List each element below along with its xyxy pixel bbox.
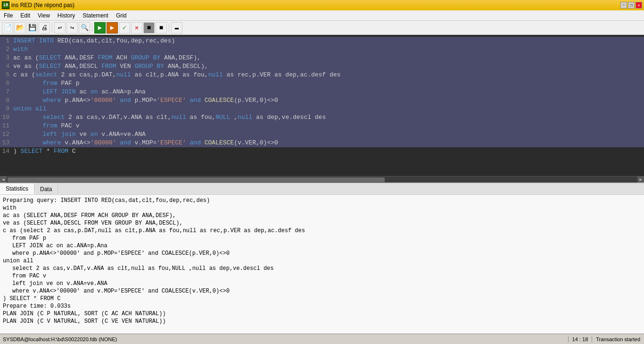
line-content-7: LEFT JOIN ac on ac.ANA=p.Ana bbox=[13, 88, 644, 96]
line-content-1: INSERT INTO RED(cas,dat,clt,fou,dep,rec,… bbox=[13, 37, 644, 45]
line-num-2: 2 bbox=[0, 45, 13, 54]
line-num-8: 8 bbox=[0, 96, 13, 105]
redo-button[interactable]: ↪ bbox=[66, 22, 78, 34]
horizontal-scrollbar[interactable]: ◀ ▶ bbox=[0, 176, 644, 183]
code-line-9: 9 union all bbox=[0, 105, 644, 113]
stats-line-12: left join ve on v.ANA=ve.ANA bbox=[3, 280, 641, 287]
menu-statement[interactable]: Statement bbox=[79, 10, 112, 20]
code-line-10: 10 select 2 as cas,v.DAT,v.ANA as clt,nu… bbox=[0, 113, 644, 122]
minimize-button[interactable]: – bbox=[620, 2, 627, 8]
main-content: 1 INSERT INTO RED(cas,dat,clt,fou,dep,re… bbox=[0, 35, 644, 183]
line-num-5: 5 bbox=[0, 71, 13, 79]
line-num-14: 14 bbox=[0, 147, 13, 156]
stats-line-11: from PAC v bbox=[3, 272, 641, 280]
code-line-14: 14 ) SELECT * FROM C bbox=[0, 147, 644, 156]
code-line-5: 5 c as (select 2 as cas,p.DAT,null as cl… bbox=[0, 71, 644, 79]
line-num-12: 12 bbox=[0, 130, 13, 139]
status-bar: SYSDBA@localhost:H:\bd\S0022020.fdb (NON… bbox=[0, 334, 644, 344]
stats-line-1: Preparing query: INSERT INTO RED(cas,dat… bbox=[3, 197, 641, 204]
stats-line-3: ac as (SELECT ANA,DESF FROM ACH GROUP BY… bbox=[3, 212, 641, 219]
menu-view[interactable]: View bbox=[34, 10, 54, 20]
check-button[interactable]: ✓ bbox=[119, 22, 130, 34]
line-content-10: select 2 as cas,v.DAT,v.ANA as clt,null … bbox=[13, 113, 644, 122]
sep2 bbox=[92, 23, 92, 33]
menu-grid[interactable]: Grid bbox=[112, 10, 131, 20]
app-icon: iB bbox=[2, 1, 9, 9]
status-transaction: Transaction started bbox=[592, 336, 644, 342]
code-line-6: 6 from PAF p bbox=[0, 79, 644, 88]
stats-line-9: union all bbox=[3, 257, 641, 265]
line-content-8: where p.ANA<>'00000' and p.MOP='ESPECE' … bbox=[13, 96, 644, 105]
code-line-13: 13 where v.ANA<>'00000' and v.MOP='ESPEC… bbox=[0, 139, 644, 147]
scroll-right-arrow[interactable]: ▶ bbox=[637, 176, 644, 183]
menu-file[interactable]: File bbox=[0, 10, 17, 20]
tab-statistics[interactable]: Statistics bbox=[0, 184, 34, 194]
tab-data[interactable]: Data bbox=[34, 184, 58, 194]
menu-history[interactable]: History bbox=[54, 10, 79, 20]
tabs-bar: Statistics Data bbox=[0, 184, 644, 195]
menu-edit[interactable]: Edit bbox=[17, 10, 34, 20]
code-line-3: 3 ac as (SELECT ANA,DESF FROM ACH GROUP … bbox=[0, 54, 644, 62]
scroll-thumb[interactable] bbox=[8, 177, 385, 182]
stats-line-4: ve as (SELECT ANA,DESCL FROM VEN GROUP B… bbox=[3, 219, 641, 227]
line-content-13: where v.ANA<>'00000' and v.MOP='ESPECE' … bbox=[13, 139, 644, 147]
code-line-4: 4 ve as (SELECT ANA,DESCL FROM VEN GROUP… bbox=[0, 62, 644, 71]
sep1 bbox=[52, 23, 52, 33]
stats-line-17: PLAN JOIN (C V NATURAL, SORT (C VE VEN N… bbox=[3, 318, 641, 325]
cancel-button[interactable]: ✕ bbox=[131, 22, 142, 34]
close-button[interactable]: ✕ bbox=[636, 2, 642, 8]
search-button[interactable]: 🔍 bbox=[79, 22, 90, 34]
code-line-7: 7 LEFT JOIN ac on ac.ANA=p.Ana bbox=[0, 88, 644, 96]
stats-line-14: ) SELECT * FROM C bbox=[3, 295, 641, 302]
status-connection: SYSDBA@localhost:H:\bd\S0022020.fdb (NON… bbox=[0, 336, 568, 342]
line-num-1: 1 bbox=[0, 37, 13, 45]
sql-editor[interactable]: 1 INSERT INTO RED(cas,dat,clt,fou,dep,re… bbox=[0, 35, 644, 176]
execute-partial-button[interactable]: ▶ bbox=[107, 22, 118, 34]
line-content-6: from PAF p bbox=[13, 79, 644, 88]
bottom-panel: Statistics Data Preparing query: INSERT … bbox=[0, 183, 644, 334]
scroll-left-arrow[interactable]: ◀ bbox=[0, 176, 7, 183]
print-button[interactable]: 🖨 bbox=[39, 22, 50, 34]
sep3 bbox=[169, 23, 169, 33]
line-num-3: 3 bbox=[0, 54, 13, 62]
undo-button[interactable]: ↩ bbox=[54, 22, 66, 34]
stop-button[interactable]: ■ bbox=[143, 22, 155, 34]
code-line-1: 1 INSERT INTO RED(cas,dat,clt,fou,dep,re… bbox=[0, 37, 644, 45]
stats-line-7: LEFT JOIN ac on ac.ANA=p.Ana bbox=[3, 242, 641, 250]
stats-content[interactable]: Preparing query: INSERT INTO RED(cas,dat… bbox=[0, 195, 644, 334]
title-bar-left: iB ins RED (Ne répond pas) bbox=[2, 1, 74, 9]
stats-line-13: where v.ANA<>'00000' and v.MOP='ESPECE' … bbox=[3, 287, 641, 295]
menu-bar: File Edit View History Statement Grid bbox=[0, 10, 644, 21]
code-line-2: 2 with bbox=[0, 45, 644, 54]
stats-line-15: Prepare time: 0.033s bbox=[3, 302, 641, 310]
status-cursor: 14 : 18 bbox=[568, 336, 592, 342]
open-button[interactable]: 📂 bbox=[14, 22, 25, 34]
code-line-8: 8 where p.ANA<>'00000' and p.MOP='ESPECE… bbox=[0, 96, 644, 105]
grid-button[interactable]: ▬ bbox=[171, 22, 182, 34]
line-content-14: ) SELECT * FROM C bbox=[13, 147, 644, 156]
stats-line-16: PLAN JOIN (C P NATURAL, SORT (C AC ACH N… bbox=[3, 310, 641, 318]
restore-button[interactable]: ❐ bbox=[628, 2, 635, 8]
title-bar: iB ins RED (Ne répond pas) – ❐ ✕ bbox=[0, 0, 644, 10]
line-num-4: 4 bbox=[0, 62, 13, 71]
line-num-10: 10 bbox=[0, 113, 13, 122]
line-content-5: c as (select 2 as cas,p.DAT,null as clt,… bbox=[13, 71, 644, 79]
new-button[interactable]: 📄 bbox=[2, 22, 13, 34]
code-line-12: 12 left join ve on v.ANA=ve.ANA bbox=[0, 130, 644, 139]
stop2-button[interactable]: ■ bbox=[156, 22, 167, 34]
line-content-9: union all bbox=[13, 105, 644, 113]
scroll-track[interactable] bbox=[8, 177, 636, 182]
stats-line-8: where p.ANA<>'00000' and p.MOP='ESPECE' … bbox=[3, 250, 641, 257]
stats-line-18 bbox=[3, 325, 641, 333]
code-line-11: 11 from PAC v bbox=[0, 122, 644, 130]
line-content-3: ac as (SELECT ANA,DESF FROM ACH GROUP BY… bbox=[13, 54, 644, 62]
stats-line-5: c as (select 2 as cas,p.DAT,null as clt,… bbox=[3, 227, 641, 235]
save-button[interactable]: 💾 bbox=[26, 22, 38, 34]
line-content-2: with bbox=[13, 45, 644, 54]
execute-button[interactable]: ▶ bbox=[94, 22, 106, 34]
line-content-4: ve as (SELECT ANA,DESCL FROM VEN GROUP B… bbox=[13, 62, 644, 71]
title-text: ins RED (Ne répond pas) bbox=[11, 2, 74, 8]
line-content-12: left join ve on v.ANA=ve.ANA bbox=[13, 130, 644, 139]
stats-line-10: select 2 as cas,v.DAT,v.ANA as clt,null … bbox=[3, 265, 641, 272]
status-right: 14 : 18 Transaction started bbox=[568, 336, 644, 342]
